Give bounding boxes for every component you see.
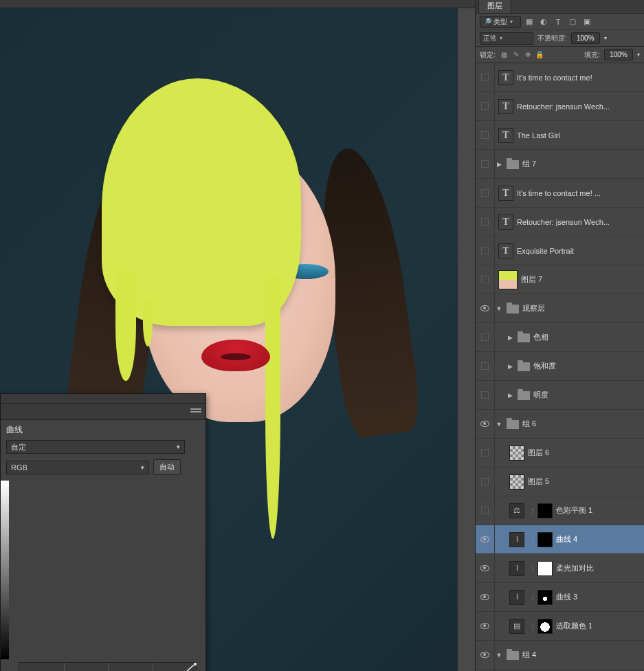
layer-thumbnail[interactable] (509, 474, 524, 490)
filter-pixel-icon[interactable]: ▦ (523, 16, 535, 28)
layer-mask-thumbnail[interactable] (537, 503, 553, 518)
layer-name[interactable]: 观察层 (522, 303, 641, 314)
layer-mask-thumbnail[interactable] (537, 532, 553, 547)
layers-tab[interactable]: 图层 (478, 0, 511, 13)
visibility-toggle[interactable] (476, 583, 495, 611)
link-icon[interactable]: ⋮ (529, 593, 536, 601)
layer-row[interactable]: ▶饱和度 (476, 352, 644, 381)
document-tabs[interactable] (0, 0, 475, 8)
filter-type-dropdown[interactable]: 🔎 类型 (480, 16, 521, 28)
layer-row[interactable]: TExquisite Portrait (476, 236, 644, 265)
adjustment-icon[interactable]: ⌇ (509, 532, 524, 547)
visibility-toggle[interactable] (476, 554, 495, 582)
layer-row[interactable]: 图层 5 (476, 468, 644, 496)
layer-name[interactable]: 色相 (533, 332, 641, 342)
layer-name[interactable]: Exquisite Portrait (517, 247, 641, 255)
layer-thumbnail[interactable] (509, 446, 524, 461)
layer-row[interactable]: 图层 6 (476, 439, 644, 468)
layers-panel-tabs[interactable]: 图层 (476, 0, 644, 14)
link-icon[interactable]: ⋮ (529, 622, 536, 630)
adjustment-icon[interactable]: ⌇ (509, 590, 524, 605)
adjustment-icon[interactable]: ▤ (509, 619, 524, 634)
disclosure-triangle[interactable]: ▼ (495, 421, 503, 428)
layer-name[interactable]: 饱和度 (533, 361, 641, 371)
layer-row[interactable]: ⌇⋮曲线 3 (476, 583, 644, 612)
layer-row[interactable]: ⌇⋮柔光加对比 (476, 554, 644, 583)
opacity-input[interactable]: 100% (571, 32, 600, 44)
link-icon[interactable]: ⋮ (529, 536, 536, 543)
curves-panel-header[interactable] (1, 404, 206, 420)
visibility-toggle[interactable] (476, 410, 495, 438)
curves-channel-dropdown[interactable]: RGB (6, 461, 149, 474)
layer-name[interactable]: Retoucher: jsensun Wech... (517, 218, 641, 226)
filter-adjust-icon[interactable]: ◐ (537, 16, 550, 28)
filter-smart-icon[interactable]: ▣ (581, 16, 593, 28)
disclosure-triangle[interactable]: ▼ (495, 305, 503, 312)
layer-mask-thumbnail[interactable] (537, 561, 553, 576)
disclosure-triangle[interactable]: ▶ (506, 363, 514, 370)
layer-row[interactable]: ⌇⋮曲线 4 (476, 525, 644, 554)
lock-brush-icon[interactable]: ✎ (511, 50, 521, 60)
layer-row[interactable]: 图层 7 (476, 265, 644, 294)
filter-text-icon[interactable]: T (552, 16, 564, 28)
layer-name[interactable]: The Last Girl (517, 131, 641, 140)
layer-row[interactable]: TThe Last Girl (476, 121, 644, 150)
layer-name[interactable]: 色彩平衡 1 (556, 505, 641, 516)
visibility-toggle[interactable] (476, 612, 495, 640)
curves-properties-panel[interactable]: 曲线 自定 RGB 自动 (0, 393, 206, 671)
visibility-toggle[interactable] (476, 265, 495, 294)
disclosure-triangle[interactable]: ▶ (506, 392, 514, 399)
visibility-toggle[interactable] (476, 381, 495, 409)
layer-row[interactable]: ⚖⋮色彩平衡 1 (476, 496, 644, 525)
layer-thumbnail[interactable] (498, 270, 518, 289)
filter-shape-icon[interactable]: ▢ (566, 16, 579, 28)
visibility-toggle[interactable] (476, 294, 495, 322)
visibility-toggle[interactable] (476, 63, 495, 91)
lock-move-icon[interactable]: ✥ (523, 50, 533, 60)
visibility-toggle[interactable] (476, 468, 495, 496)
layer-name[interactable]: 图层 6 (528, 448, 641, 458)
curves-auto-button[interactable]: 自动 (153, 459, 181, 475)
visibility-toggle[interactable] (476, 323, 495, 351)
layer-name[interactable]: 组 6 (522, 419, 641, 429)
link-icon[interactable]: ⋮ (529, 564, 536, 572)
curves-graph[interactable] (19, 662, 197, 671)
visibility-toggle[interactable] (476, 439, 495, 467)
layer-name[interactable]: 图层 5 (528, 476, 641, 487)
visibility-toggle[interactable] (476, 208, 495, 236)
layer-mask-thumbnail[interactable] (537, 619, 553, 634)
layer-row[interactable]: ▤⋮选取颜色 1 (476, 612, 644, 641)
layer-row[interactable]: ▼观察层 (476, 294, 644, 323)
disclosure-triangle[interactable]: ▼ (495, 652, 503, 659)
curves-preset-dropdown[interactable]: 自定 (6, 440, 185, 454)
layer-name[interactable]: 柔光加对比 (556, 563, 641, 573)
visibility-toggle[interactable] (476, 121, 495, 149)
disclosure-triangle[interactable]: ▶ (506, 334, 514, 341)
layer-name[interactable]: 明度 (533, 390, 641, 400)
fill-input[interactable]: 100% (604, 49, 633, 60)
adjustment-icon[interactable]: ⚖ (509, 503, 524, 518)
layer-name[interactable]: 图层 7 (521, 274, 641, 285)
layer-row[interactable]: TIt's time to contact me! ... (476, 179, 644, 208)
layer-row[interactable]: TIt's time to contact me! (476, 63, 644, 92)
layer-name[interactable]: 曲线 3 (556, 592, 641, 602)
lock-transparent-icon[interactable]: ▦ (500, 50, 509, 60)
curve-line[interactable] (19, 663, 197, 671)
layer-row[interactable]: TRetoucher: jsensun Wech... (476, 208, 644, 236)
adjustment-icon[interactable]: ⌇ (509, 561, 524, 576)
visibility-toggle[interactable] (476, 641, 495, 669)
layer-name[interactable]: 曲线 4 (556, 534, 641, 544)
visibility-toggle[interactable] (476, 352, 495, 380)
layer-name[interactable]: It's time to contact me! ... (517, 189, 641, 197)
layer-row[interactable]: TRetoucher: jsensun Wech... (476, 92, 644, 121)
lock-all-icon[interactable]: 🔒 (535, 50, 544, 60)
layer-name[interactable]: 组 4 (522, 650, 641, 660)
layer-row[interactable]: ▶色相 (476, 323, 644, 352)
visibility-toggle[interactable] (476, 525, 495, 553)
layer-name[interactable]: 组 7 (522, 159, 641, 169)
layer-name[interactable]: It's time to contact me! (517, 74, 641, 82)
layer-list[interactable]: TIt's time to contact me!TRetoucher: jse… (476, 63, 644, 671)
layer-row[interactable]: ▶明度 (476, 381, 644, 410)
layer-name[interactable]: 选取颜色 1 (556, 621, 641, 631)
visibility-toggle[interactable] (476, 92, 495, 120)
